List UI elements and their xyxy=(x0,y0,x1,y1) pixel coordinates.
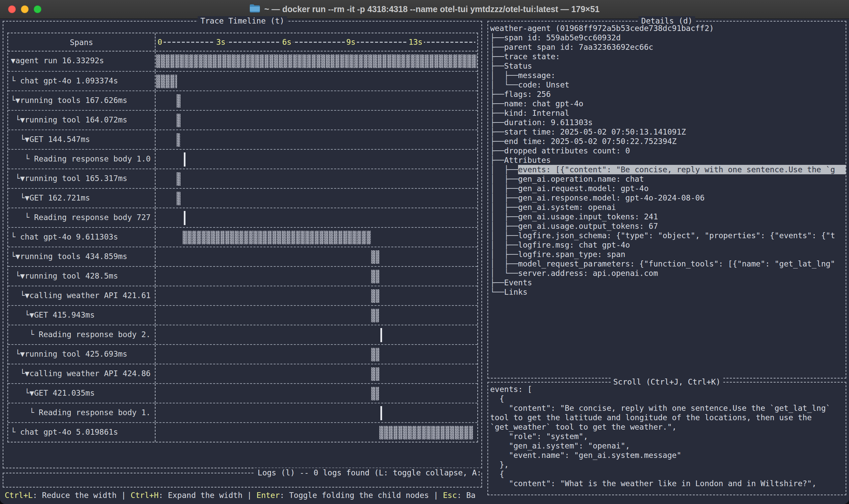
tree-branch: ├── xyxy=(490,156,504,165)
span-label: └ chat gpt-4o 9.611303s xyxy=(8,228,156,247)
tree-node[interactable]: │ ├──gen_ai.usage.output_tokens: 67 xyxy=(490,221,846,231)
span-row[interactable]: └ Reading response body 2. xyxy=(8,325,477,344)
span-timeline-cell xyxy=(156,91,477,110)
status-key: Ctrl+H xyxy=(130,491,159,500)
tree-node[interactable]: │ ├──gen_ai.system: openai xyxy=(490,202,846,212)
span-duration-bar xyxy=(176,114,180,127)
axis-tick: 9s xyxy=(345,37,357,47)
zoom-button[interactable] xyxy=(34,5,41,13)
tree-node[interactable]: │ └──server.address: api.openai.com xyxy=(490,269,846,278)
tree-node[interactable]: │ ├──message: xyxy=(490,71,846,80)
span-timeline-cell xyxy=(156,403,477,422)
span-timeline-cell xyxy=(156,325,477,344)
tree-node[interactable]: ├──parent span id: 7aa32363692ec66c xyxy=(490,42,846,52)
span-row[interactable]: └▼GET 415.943ms xyxy=(8,305,477,325)
logs-panel[interactable]: Logs (l) -- 0 logs found (L: toggle coll… xyxy=(3,473,482,487)
span-timeline-cell xyxy=(156,228,477,247)
status-desc: : Expand the width xyxy=(159,491,242,500)
status-desc: : Ba xyxy=(457,491,475,500)
tree-node-text: Events xyxy=(504,278,532,287)
tree-node[interactable]: │ ├──gen_ai.usage.input_tokens: 241 xyxy=(490,212,846,221)
span-row[interactable]: └▼GET 421.035ms xyxy=(8,383,477,403)
json-line: tool to get the latitude and longitude o… xyxy=(490,413,846,422)
span-duration-bar xyxy=(176,133,180,147)
tree-node[interactable]: ├──flags: 256 xyxy=(490,90,846,99)
tree-node-text: parent span id: 7aa32363692ec66c xyxy=(504,42,653,52)
minimize-button[interactable] xyxy=(21,5,29,13)
tree-node[interactable]: ├──dropped attributes count: 0 xyxy=(490,146,846,156)
tree-node[interactable]: ├──name: chat gpt-4o xyxy=(490,99,846,108)
close-button[interactable] xyxy=(8,5,16,13)
span-duration-bar xyxy=(371,270,380,283)
tree-branch: │ ├── xyxy=(490,193,518,202)
tree-node-text: gen_ai.operation.name: chat xyxy=(518,174,644,184)
tree-node[interactable]: ├──Attributes xyxy=(490,156,846,165)
tree-branch: ├── xyxy=(490,42,504,52)
span-label: ▼agent run 16.33292s xyxy=(8,52,156,71)
tree-node[interactable]: │ ├──events: [{"content": "Be concise, r… xyxy=(490,165,846,174)
tree-node[interactable]: ├──end time: 2025-05-02 07:50:22.752394Z xyxy=(490,137,846,146)
tree-node[interactable]: │ └──code: Unset xyxy=(490,80,846,90)
span-timeline-cell xyxy=(156,72,477,90)
tree-branch: │ ├── xyxy=(490,165,518,174)
tree-node[interactable]: │ ├──logfire.msg: chat gpt-4o xyxy=(490,240,846,250)
tree-node[interactable]: │ ├──logfire.span_type: span xyxy=(490,250,846,259)
span-row[interactable]: ▼agent run 16.33292s xyxy=(8,52,477,71)
tree-branch: ├── xyxy=(490,278,504,287)
span-label: └▼calling weather API 421.61 xyxy=(8,286,156,305)
axis-tick: 13s xyxy=(407,37,424,47)
json-line: { xyxy=(490,394,846,403)
tree-node[interactable]: ├──kind: Internal xyxy=(490,108,846,118)
span-row[interactable]: └▼running tool 425.693ms xyxy=(8,344,477,364)
span-row[interactable]: └▼running tools 167.626ms xyxy=(8,90,477,110)
tree-node[interactable]: weather-agent (01968ff972a5b53cede738dc9… xyxy=(490,23,846,33)
tree-branch: ├── xyxy=(490,33,504,42)
tree-branch: │ ├── xyxy=(490,184,518,193)
tree-node[interactable]: └──Links xyxy=(490,287,846,297)
window-title-group: ~ — docker run --rm -it -p 4318:4318 --n… xyxy=(249,4,600,15)
tree-branch: ├── xyxy=(490,108,504,118)
tree-node[interactable]: ├──Events xyxy=(490,278,846,287)
span-row[interactable]: └ Reading response body 1.0 xyxy=(8,149,477,168)
tree-node[interactable]: │ ├──gen_ai.request.model: gpt-4o xyxy=(490,184,846,193)
tree-node[interactable]: ├──duration: 9.611303s xyxy=(490,118,846,127)
status-separator: | xyxy=(242,491,257,500)
json-line: }, xyxy=(490,460,846,469)
span-row[interactable]: └▼calling weather API 421.61 xyxy=(8,286,477,305)
span-row[interactable]: └ chat gpt-4o 1.093374s xyxy=(8,71,477,90)
span-timeline-cell xyxy=(156,423,477,442)
tree-node-text: message: xyxy=(518,71,555,80)
span-row[interactable]: └▼running tool 165.317ms xyxy=(8,168,477,188)
span-row[interactable]: └ chat gpt-4o 5.019861s xyxy=(8,422,477,442)
tree-node[interactable]: ├──span id: 559ab5e9cc60932d xyxy=(490,33,846,42)
tree-branch: │ ├── xyxy=(490,212,518,221)
span-row[interactable]: └▼GET 162.721ms xyxy=(8,188,477,208)
tree-node[interactable]: │ ├──logfire.json_schema: {"type": "obje… xyxy=(490,231,846,240)
tree-branch: │ ├── xyxy=(490,240,518,250)
tree-node[interactable]: ├──start time: 2025-05-02 07:50:13.14109… xyxy=(490,127,846,137)
tree-branch: │ ├── xyxy=(490,71,518,80)
tree-branch: ├── xyxy=(490,99,504,108)
tree-node[interactable]: │ ├──gen_ai.operation.name: chat xyxy=(490,174,846,184)
tree-node[interactable]: │ ├──gen_ai.response.model: gpt-4o-2024-… xyxy=(490,193,846,202)
tree-node[interactable]: ├──Status xyxy=(490,61,846,71)
span-label: └ Reading response body 727 xyxy=(8,208,156,227)
span-row[interactable]: └▼running tool 428.5ms xyxy=(8,266,477,286)
traffic-lights xyxy=(8,0,41,18)
tree-node-text: model_request_parameters: {"function_too… xyxy=(518,259,835,269)
span-row[interactable]: └▼running tools 434.859ms xyxy=(8,247,477,266)
span-row[interactable]: └▼calling weather API 424.86 xyxy=(8,364,477,383)
span-row[interactable]: └▼running tool 164.072ms xyxy=(8,110,477,129)
span-row[interactable]: └ Reading response body 727 xyxy=(8,208,477,227)
span-row[interactable]: └ Reading response body 1. xyxy=(8,403,477,422)
span-row[interactable]: └▼GET 144.547ms xyxy=(8,129,477,149)
tree-node[interactable]: ├──trace state: xyxy=(490,52,846,61)
span-duration-bar xyxy=(371,367,380,381)
span-row[interactable]: └ chat gpt-4o 9.611303s xyxy=(8,227,477,247)
spans-column-header: Spans xyxy=(8,33,156,51)
axis-tick: 3s xyxy=(215,37,227,47)
status-desc: : Reduce the width xyxy=(33,491,117,500)
tree-node[interactable]: │ ├──model_request_parameters: {"functio… xyxy=(490,259,846,269)
scroll-content[interactable]: events: [ { "content": "Be concise, repl… xyxy=(488,382,846,494)
json-line: "content": "Be concise, reply with one s… xyxy=(490,403,846,413)
